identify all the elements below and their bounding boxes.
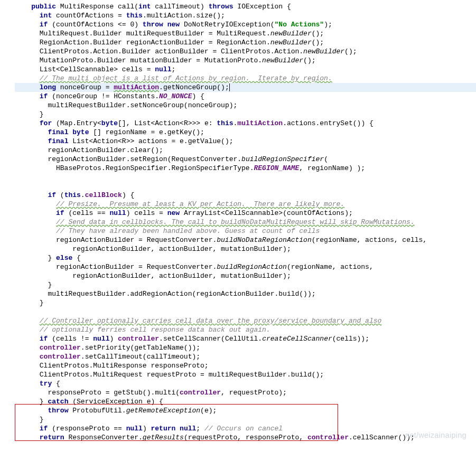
code-text: (Map.Entry<: [52, 119, 101, 127]
keyword-null: null: [126, 425, 143, 433]
keyword-else: else: [56, 254, 72, 262]
code-text: , regionName) );: [299, 164, 365, 172]
code-line[interactable]: int countOfActions = this.multiAction.si…: [15, 11, 476, 20]
keyword-throws: throws: [209, 3, 234, 11]
code-line[interactable]: MultiRequest.Builder multiRequestBuilder…: [15, 29, 476, 38]
code-text: (regionName, actions,: [287, 263, 374, 271]
code-text: RegionAction.Builder regionActionBuilder…: [40, 39, 270, 46]
code-text: ;: [196, 425, 204, 433]
code-line[interactable]: }: [15, 298, 476, 307]
code-line[interactable]: RegionAction.Builder regionActionBuilder…: [15, 38, 476, 47]
code-line[interactable]: final List<Action<R>> actions = e.getVal…: [15, 137, 476, 146]
code-line[interactable]: if (cells == null) cells = new ArrayList…: [15, 209, 476, 218]
code-text: nonceGroup =: [56, 83, 114, 91]
code-editor[interactable]: public MultiResponse call(int callTimeou…: [0, 0, 476, 444]
code-line[interactable]: // optionally ferries cell response data…: [15, 325, 476, 334]
field-ref: cellBlock: [85, 191, 122, 199]
code-line[interactable]: multiRequestBuilder.setNonceGroup(nonceG…: [15, 101, 476, 110]
code-line[interactable]: final byte [] regionName = e.getKey();: [15, 128, 476, 137]
keyword-null: null: [109, 209, 126, 217]
code-text: }: [48, 254, 56, 262]
code-line[interactable]: ClientProtos.Action.Builder actionBuilde…: [15, 47, 476, 56]
code-line[interactable]: regionActionBuilder.clear();: [15, 146, 476, 155]
code-line[interactable]: regionActionBuilder = RequestConverter.b…: [15, 262, 476, 271]
code-line[interactable]: [15, 307, 476, 316]
code-text: ();: [344, 48, 357, 55]
code-line[interactable]: // Controller optionally carries cell da…: [15, 316, 476, 325]
code-line[interactable]: // Presize. Presume at least a KV per Ac…: [15, 200, 476, 209]
code-text: regionActionBuilder, actionBuilder, muta…: [72, 272, 291, 280]
code-line[interactable]: regionActionBuilder, actionBuilder, muta…: [15, 271, 476, 280]
comment: // They have already been handled above.…: [56, 227, 320, 235]
code-line[interactable]: MutationProto.Builder mutationBuilder = …: [15, 56, 476, 65]
code-line[interactable]: // The multi object is a list of Actions…: [15, 74, 476, 83]
code-text: ();: [303, 57, 315, 64]
code-text: .getNonceGroup();: [159, 83, 229, 91]
code-line[interactable]: controller.setPriority(getTableName());: [15, 343, 476, 352]
code-line[interactable]: if (cells != null) controller.setCellSca…: [15, 334, 476, 343]
code-line[interactable]: }: [15, 415, 476, 424]
code-text: .setPriority(getTableName());: [81, 344, 200, 352]
code-text: DoNotRetryIOException(: [180, 21, 274, 29]
field-ref: controller: [40, 353, 81, 361]
comment: // Send data in cellblocks. The call to …: [56, 218, 415, 226]
code-line[interactable]: HBaseProtos.RegionSpecifier.RegionSpecif…: [15, 164, 476, 173]
code-line[interactable]: throw ProtobufUtil.getRemoteException(e)…: [15, 406, 476, 415]
code-line[interactable]: // Send data in cellblocks. The call to …: [15, 218, 476, 227]
code-line[interactable]: responseProto = getStub().multi(controll…: [15, 388, 476, 397]
code-text: ): [109, 335, 118, 343]
code-text: callTimeout): [151, 3, 209, 11]
code-line[interactable]: controller.setCallTimeout(callTimeout);: [15, 352, 476, 361]
code-text: HBaseProtos.RegionSpecifier.RegionSpecif…: [56, 164, 254, 172]
comment: // Occurs on cancel: [204, 425, 283, 433]
code-line[interactable]: for (Map.Entry<byte[], List<Action<R>>> …: [15, 119, 476, 128]
code-text: (responseProto ==: [48, 425, 126, 433]
code-line[interactable]: regionActionBuilder = RequestConverter.b…: [15, 236, 476, 245]
code-text: .setCellScanner(CellUtil.: [159, 335, 262, 343]
code-line[interactable]: }: [15, 280, 476, 289]
code-text: ClientProtos.MultiResponse responseProto…: [40, 362, 209, 370]
code-line[interactable]: regionActionBuilder.setRegion(RequestCon…: [15, 155, 476, 164]
code-line[interactable]: public MultiResponse call(int callTimeou…: [15, 2, 476, 11]
code-line[interactable]: [15, 173, 476, 182]
code-text: regionActionBuilder.clear();: [48, 146, 163, 154]
code-line[interactable]: if (this.cellBlock) {: [15, 191, 476, 200]
keyword-public: public: [31, 3, 56, 11]
code-text: }: [40, 299, 44, 307]
code-line-highlighted[interactable]: long nonceGroup = multiAction.getNonceGr…: [15, 83, 476, 92]
keyword-if: if: [40, 425, 48, 433]
code-line[interactable]: regionActionBuilder, actionBuilder, muta…: [15, 245, 476, 253]
code-line[interactable]: // They have already been handled above.…: [15, 227, 476, 236]
keyword-this: this: [64, 191, 81, 199]
code-text: [], List<Action<R>>> e:: [118, 119, 217, 127]
code-line[interactable]: } catch (ServiceException e) {: [15, 397, 476, 406]
code-line[interactable]: [15, 182, 476, 191]
comment: // Controller optionally carries cell da…: [40, 317, 382, 325]
field-ref: multiAction: [237, 119, 283, 127]
code-line[interactable]: if (countOfActions <= 0) throw new DoNot…: [15, 20, 476, 29]
code-line[interactable]: ClientProtos.MultiRequest requestProto =…: [15, 370, 476, 379]
keyword-new: new: [163, 21, 180, 29]
code-text: [] regionName = e.getKey();: [89, 128, 204, 136]
keyword-if: if: [48, 191, 56, 199]
code-text: ) cells =: [126, 209, 167, 217]
code-line[interactable]: }: [15, 110, 476, 119]
code-text: regionActionBuilder = RequestConverter.: [56, 263, 217, 271]
code-text: (: [56, 191, 64, 199]
code-text: }: [48, 281, 52, 289]
code-text: ;: [171, 65, 175, 73]
keyword-this: this: [126, 12, 143, 20]
code-line[interactable]: } else {: [15, 253, 476, 262]
code-line[interactable]: try {: [15, 379, 476, 388]
code-line[interactable]: List<CellScannable> cells = null;: [15, 65, 476, 74]
code-text: ();: [312, 39, 324, 46]
keyword-for: for: [40, 119, 52, 127]
code-text: regionActionBuilder = RequestConverter.: [56, 236, 217, 244]
code-text: (cells ==: [64, 209, 110, 217]
code-line[interactable]: multiRequestBuilder.addRegionAction(regi…: [15, 289, 476, 298]
code-line[interactable]: ClientProtos.MultiResponse responseProto…: [15, 361, 476, 370]
code-line[interactable]: if (nonceGroup != HConstants.NO_NONCE) {: [15, 92, 476, 101]
code-text: ProtobufUtil.: [68, 407, 126, 415]
code-text: IOException {: [234, 3, 291, 11]
keyword-new: new: [167, 209, 180, 217]
